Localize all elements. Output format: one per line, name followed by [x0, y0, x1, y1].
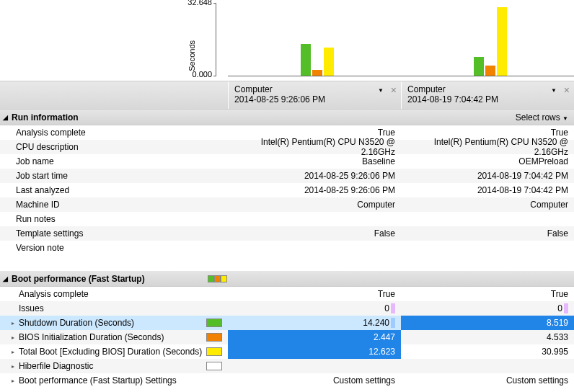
table-row[interactable]: Job start time2014-08-25 9:26:06 PM2014-…	[0, 169, 574, 183]
row-value-2: 8.519	[401, 316, 574, 330]
row-label-cell: Issues	[0, 301, 228, 316]
collapse-icon[interactable]: ◢	[3, 275, 10, 282]
row-value-2: 30.995	[401, 344, 574, 359]
bar-bios-1	[312, 70, 322, 76]
table-row[interactable]: Run notes	[0, 212, 574, 226]
color-swatch	[206, 347, 222, 356]
y-tick-max: 32.648	[187, 0, 212, 6]
column-subtitle: 2014-08-19 7:04:42 PM	[407, 94, 568, 104]
expand-icon[interactable]: ▸	[12, 334, 19, 341]
color-swatch	[206, 333, 222, 342]
row-label-cell: ▸Hiberfile Diagnostic	[0, 359, 228, 373]
row-label-cell: ▸BIOS Initialization Duration (Seconds)	[0, 330, 228, 344]
close-icon[interactable]: ×	[391, 84, 397, 96]
row-value-2: Intel(R) Pentium(R) CPU N3520 @ 2.16GHz	[401, 140, 574, 154]
row-value-2: 4.533	[401, 330, 574, 344]
table-row[interactable]: Template settingsFalseFalse	[0, 226, 574, 241]
row-value-1: 0	[228, 301, 401, 316]
row-label: Machine ID	[16, 200, 228, 210]
row-label: CPU description	[16, 142, 228, 152]
row-label: Total Boot [Excluding BIOS] Duration (Se…	[19, 347, 206, 357]
row-label-cell: Version note	[0, 241, 228, 255]
color-swatch	[206, 318, 222, 327]
row-value-1: 14.240	[228, 316, 401, 330]
chart-plot	[228, 0, 574, 81]
row-label-cell: Analysis complete	[0, 287, 228, 301]
row-value-1: Computer	[228, 197, 401, 212]
dropdown-icon[interactable]: ▼	[551, 87, 557, 94]
table-row[interactable]: Analysis completeTrueTrue	[0, 287, 574, 301]
row-label: Boot performance (Fast Startup) Settings	[19, 375, 228, 386]
y-tick-min: 0.000	[192, 70, 212, 79]
section-boot-performance-header[interactable]: ◢ Boot performance (Fast Startup)	[0, 271, 574, 287]
table-row[interactable]: ▸BIOS Initialization Duration (Seconds)2…	[0, 330, 574, 344]
row-label: Run notes	[16, 214, 228, 224]
expand-icon[interactable]: ▸	[12, 349, 19, 355]
row-label-cell: Analysis complete	[0, 125, 228, 140]
row-value-1: Baseline	[228, 154, 401, 169]
bar-boot-1	[324, 48, 334, 76]
column-header-1[interactable]: Computer 2014-08-25 9:26:06 PM ▼ ×	[228, 81, 401, 109]
table-row[interactable]: Last analyzed2014-08-25 9:26:06 PM2014-0…	[0, 183, 574, 197]
row-label: Issues	[19, 303, 228, 313]
y-axis-label: Seconds	[187, 40, 196, 71]
row-label-cell: ▸Boot performance (Fast Startup) Setting…	[0, 373, 228, 388]
table-row[interactable]: ▸Shutdown Duration (Seconds)14.2408.519	[0, 316, 574, 330]
section-boot-performance-body: Analysis completeTrueTrueIssues00▸Shutdo…	[0, 287, 574, 388]
row-label-cell: CPU description	[0, 140, 228, 154]
row-value-2: False	[401, 226, 574, 241]
row-label: Analysis complete	[19, 289, 228, 299]
row-value-1: 2.447	[228, 330, 401, 344]
dropdown-icon[interactable]: ▼	[378, 87, 384, 94]
row-value-1: 2014-08-25 9:26:06 PM	[228, 169, 401, 183]
table-row[interactable]: ▸Total Boot [Excluding BIOS] Duration (S…	[0, 344, 574, 359]
column-header-2[interactable]: Computer 2014-08-19 7:04:42 PM ▼ ×	[401, 81, 574, 109]
row-label-cell: Last analyzed	[0, 183, 228, 197]
expand-icon[interactable]: ▸	[12, 320, 19, 326]
row-label-cell: Job start time	[0, 169, 228, 183]
chart-col-1	[228, 0, 401, 76]
row-label-cell: ▸Total Boot [Excluding BIOS] Duration (S…	[0, 344, 228, 359]
chart-area: Seconds 32.648 0.000	[0, 0, 574, 81]
expand-icon[interactable]: ▸	[12, 363, 19, 370]
row-label: Job name	[16, 156, 228, 166]
row-value-2: OEMPreload	[401, 154, 574, 169]
row-value-2	[401, 241, 574, 255]
row-value-1: Intel(R) Pentium(R) CPU N3520 @ 2.16GHz	[228, 140, 401, 154]
row-label: Hiberfile Diagnostic	[19, 361, 206, 371]
table-row[interactable]: Machine IDComputerComputer	[0, 197, 574, 212]
row-label: Version note	[16, 243, 228, 253]
section-title: Run information	[10, 112, 516, 122]
table-row[interactable]: ▸Boot performance (Fast Startup) Setting…	[0, 373, 574, 388]
row-label: Shutdown Duration (Seconds)	[19, 318, 206, 328]
table-row[interactable]: Issues00	[0, 301, 574, 316]
row-value-1: 12.623	[228, 344, 401, 359]
row-label: Template settings	[16, 228, 228, 239]
column-headers: Computer 2014-08-25 9:26:06 PM ▼ × Compu…	[0, 81, 574, 110]
table-row[interactable]: CPU descriptionIntel(R) Pentium(R) CPU N…	[0, 140, 574, 154]
row-value-1: 2014-08-25 9:26:06 PM	[228, 183, 401, 197]
row-value-1: Custom settings	[228, 373, 401, 388]
column-name: Computer	[407, 84, 568, 94]
legend-swatches	[208, 275, 228, 282]
table-row[interactable]: ▸Hiberfile Diagnostic	[0, 359, 574, 373]
row-value-2: Custom settings	[401, 373, 574, 388]
row-label-cell: Machine ID	[0, 197, 228, 212]
row-value-2: True	[401, 287, 574, 301]
close-icon[interactable]: ×	[564, 84, 570, 96]
section-run-information-header[interactable]: ◢ Run information Select rows ▼	[0, 110, 574, 125]
chart-col-2	[401, 0, 574, 76]
expand-icon[interactable]: ▸	[12, 378, 19, 384]
column-subtitle: 2014-08-25 9:26:06 PM	[234, 94, 395, 104]
bar-bios-2	[485, 66, 495, 76]
row-value-2: 2014-08-19 7:04:42 PM	[401, 169, 574, 183]
select-rows-dropdown[interactable]: Select rows ▼	[516, 112, 574, 122]
collapse-icon[interactable]: ◢	[3, 114, 10, 121]
table-row[interactable]: Job nameBaselineOEMPreload	[0, 154, 574, 169]
table-row[interactable]: Version note	[0, 241, 574, 255]
row-label: BIOS Initialization Duration (Seconds)	[19, 332, 206, 342]
row-label: Last analyzed	[16, 185, 228, 195]
bar-shutdown-1	[301, 44, 311, 76]
row-value-2: Computer	[401, 197, 574, 212]
row-label: Job start time	[16, 171, 228, 181]
